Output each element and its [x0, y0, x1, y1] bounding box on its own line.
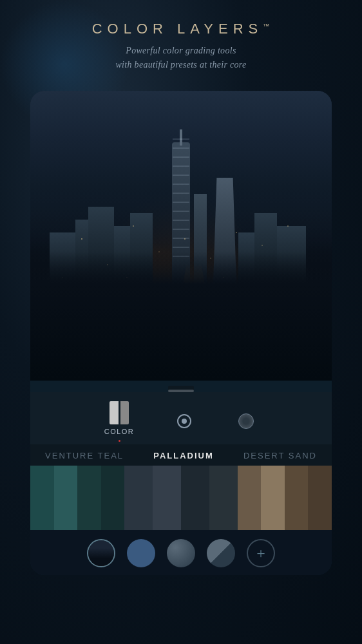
preset-venture-teal[interactable]: VENTURE TEAL [45, 451, 124, 460]
subtitle-line1: Powerful color grading tools [126, 46, 236, 55]
preset-palladium[interactable]: PALLADIUM [153, 451, 214, 460]
app-title: COLOR LAYERS™ [0, 0, 362, 37]
swatch-group-gray [124, 466, 238, 530]
swatches-section [30, 466, 332, 530]
swatch-gray-3[interactable] [181, 466, 209, 530]
thumbnail-button[interactable] [87, 539, 115, 567]
swatch-teal-1[interactable] [30, 466, 54, 530]
subtitle-line2: with beautiful presets at their core [115, 60, 246, 70]
add-button[interactable]: + [247, 539, 275, 567]
color-tool-label: COLOR [104, 428, 135, 435]
bottom-toolbar: + [30, 530, 332, 575]
swatch-sand-2[interactable] [261, 466, 285, 530]
preset-row: VENTURE TEAL PALLADIUM DESERT SAND [30, 444, 332, 466]
sun-icon [173, 410, 196, 433]
blue-filter-button[interactable] [127, 539, 155, 567]
half-filter-button[interactable] [207, 539, 235, 567]
swatch-group-teal [30, 466, 124, 530]
swatch-group-sand [238, 466, 332, 530]
circle-icon [234, 410, 258, 433]
swatch-sand-4[interactable] [308, 466, 332, 530]
trademark: ™ [263, 23, 270, 30]
add-icon: + [256, 545, 265, 561]
swatch-gray-4[interactable] [209, 466, 238, 530]
city-photo [30, 91, 332, 381]
swatch-sand-3[interactable] [285, 466, 309, 530]
vignette-tool[interactable] [234, 410, 258, 433]
active-indicator [119, 440, 120, 442]
color-icon [108, 401, 131, 424]
swatch-teal-2[interactable] [54, 466, 78, 530]
swatch-gray-2[interactable] [153, 466, 181, 530]
phone-frame: COLOR VENTURE TEAL PALLADIUM DESERT SAND [30, 91, 332, 575]
app-subtitle: Powerful color grading tools with beauti… [0, 44, 362, 73]
swatch-teal-4[interactable] [101, 466, 125, 530]
swatch-sand-1[interactable] [238, 466, 262, 530]
gray-filter-button[interactable] [167, 539, 195, 567]
color-tool[interactable]: COLOR [104, 401, 135, 442]
tool-icons-row: COLOR [30, 392, 332, 444]
title-text: COLOR LAYERS [92, 21, 263, 37]
swatch-gray-1[interactable] [124, 466, 153, 530]
preset-desert-sand[interactable]: DESERT SAND [243, 451, 317, 460]
swatch-teal-3[interactable] [77, 466, 101, 530]
light-tool[interactable] [173, 410, 196, 433]
